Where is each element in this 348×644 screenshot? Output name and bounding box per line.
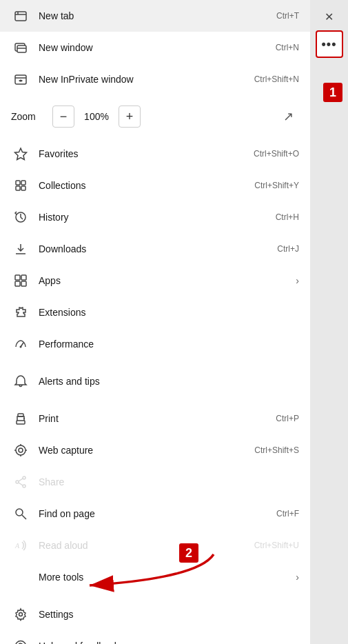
svg-rect-9 <box>21 181 25 185</box>
extensions-label: Extensions <box>39 307 299 318</box>
menu-item-new-tab[interactable]: New tab Ctrl+T <box>0 0 310 32</box>
readaloud-label: Read aloud <box>39 540 254 551</box>
downloads-shortcut: Ctrl+J <box>277 244 299 254</box>
menu-item-share: Share <box>0 466 310 498</box>
print-label: Print <box>39 413 276 424</box>
menu-item-new-window[interactable]: New window Ctrl+N <box>0 32 310 63</box>
webcapture-label: Web capture <box>39 445 254 456</box>
collections-icon <box>11 176 30 195</box>
apps-arrow-icon: › <box>296 275 299 286</box>
svg-rect-10 <box>16 186 20 190</box>
svg-point-29 <box>23 476 25 479</box>
svg-rect-14 <box>15 275 20 280</box>
menu-item-alerts[interactable]: Alerts and tips <box>0 365 310 397</box>
three-dots-button[interactable]: ••• <box>316 30 343 58</box>
apps-icon <box>11 271 30 290</box>
svg-point-23 <box>16 445 25 455</box>
svg-point-19 <box>20 346 22 348</box>
svg-point-34 <box>16 509 23 516</box>
alerts-label: Alerts and tips <box>39 376 299 387</box>
history-label: History <box>39 212 276 223</box>
menu-item-moretools[interactable]: More tools › <box>0 561 310 593</box>
new-window-icon <box>11 38 30 57</box>
menu-item-favorites[interactable]: Favorites Ctrl+Shift+O <box>0 138 310 170</box>
menu-item-history[interactable]: History Ctrl+H <box>0 201 310 233</box>
performance-icon <box>11 334 30 354</box>
webcapture-shortcut: Ctrl+Shift+S <box>254 445 299 455</box>
menu-item-webcapture[interactable]: Web capture Ctrl+Shift+S <box>0 434 310 466</box>
print-shortcut: Ctrl+P <box>276 414 299 423</box>
context-menu: New tab Ctrl+T New window Ctrl+N New InP… <box>0 0 310 644</box>
svg-rect-20 <box>17 421 25 424</box>
inprivate-label: New InPrivate window <box>39 74 254 85</box>
svg-point-24 <box>19 448 23 452</box>
new-window-shortcut: Ctrl+N <box>276 43 299 52</box>
svg-point-31 <box>23 485 25 487</box>
menu-item-find[interactable]: Find on page Ctrl+F <box>0 498 310 530</box>
close-icon: ✕ <box>325 10 334 23</box>
three-dots-icon: ••• <box>322 37 337 52</box>
readaloud-shortcut: Ctrl+Shift+U <box>254 541 299 550</box>
zoom-label: Zoom <box>11 111 52 122</box>
menu-item-print[interactable]: Print Ctrl+P <box>0 403 310 434</box>
new-tab-icon <box>11 6 30 26</box>
menu-item-downloads[interactable]: Downloads Ctrl+J <box>0 233 310 265</box>
svg-rect-11 <box>21 186 25 190</box>
share-icon <box>11 472 30 492</box>
menu-item-settings[interactable]: Settings <box>0 598 310 630</box>
new-window-label: New window <box>39 42 276 53</box>
menu-item-help[interactable]: Help and feedback › <box>0 630 310 644</box>
zoom-increase-button[interactable]: + <box>119 105 141 128</box>
svg-rect-8 <box>16 181 20 185</box>
favorites-label: Favorites <box>39 148 254 159</box>
downloads-icon <box>11 239 30 259</box>
svg-rect-16 <box>15 281 20 286</box>
zoom-expand-button[interactable]: ↗ <box>277 105 299 128</box>
find-shortcut: Ctrl+F <box>276 509 299 519</box>
zoom-decrease-button[interactable]: − <box>52 105 74 128</box>
svg-point-30 <box>16 481 19 483</box>
history-shortcut: Ctrl+H <box>276 212 299 222</box>
moretools-icon <box>11 567 30 587</box>
apps-label: Apps <box>39 275 290 286</box>
menu-item-apps[interactable]: Apps › <box>0 265 310 296</box>
settings-label: Settings <box>39 609 299 620</box>
history-icon <box>11 208 30 227</box>
svg-rect-0 <box>15 12 26 21</box>
menu-item-collections[interactable]: Collections Ctrl+Shift+Y <box>0 170 310 201</box>
inprivate-shortcut: Ctrl+Shift+N <box>254 74 299 84</box>
svg-text:A: A <box>14 542 20 550</box>
favorites-icon <box>11 144 30 163</box>
menu-item-inprivate[interactable]: New InPrivate window Ctrl+Shift+N <box>0 63 310 95</box>
help-arrow-icon: › <box>296 641 299 644</box>
inprivate-icon <box>11 70 30 89</box>
find-label: Find on page <box>39 508 276 519</box>
zoom-value: 100% <box>83 111 110 122</box>
zoom-control: Zoom − 100% + ↗ <box>0 101 310 132</box>
find-icon <box>11 504 30 523</box>
share-label: Share <box>39 476 299 487</box>
svg-rect-21 <box>18 414 23 416</box>
webcapture-icon <box>11 441 30 460</box>
new-tab-label: New tab <box>39 10 276 21</box>
favorites-shortcut: Ctrl+Shift+O <box>254 149 299 159</box>
menu-item-performance[interactable]: Performance <box>0 328 310 360</box>
settings-icon <box>11 605 30 624</box>
close-button[interactable]: ✕ <box>316 6 343 28</box>
menu-item-extensions[interactable]: Extensions <box>0 296 310 328</box>
downloads-label: Downloads <box>39 243 277 254</box>
svg-rect-15 <box>21 275 26 280</box>
collections-label: Collections <box>39 180 254 191</box>
help-label: Help and feedback <box>39 641 290 644</box>
svg-rect-4 <box>17 46 26 52</box>
annotation-badge-1: 1 <box>323 83 342 102</box>
moretools-label: More tools <box>39 572 290 583</box>
readaloud-icon: A <box>11 536 30 555</box>
svg-point-37 <box>19 613 23 616</box>
print-icon <box>11 409 30 428</box>
alerts-icon <box>11 372 30 391</box>
menu-item-readaloud: A Read aloud Ctrl+Shift+U <box>0 530 310 561</box>
svg-line-35 <box>22 515 26 519</box>
svg-line-33 <box>19 483 23 485</box>
new-tab-shortcut: Ctrl+T <box>276 11 299 21</box>
